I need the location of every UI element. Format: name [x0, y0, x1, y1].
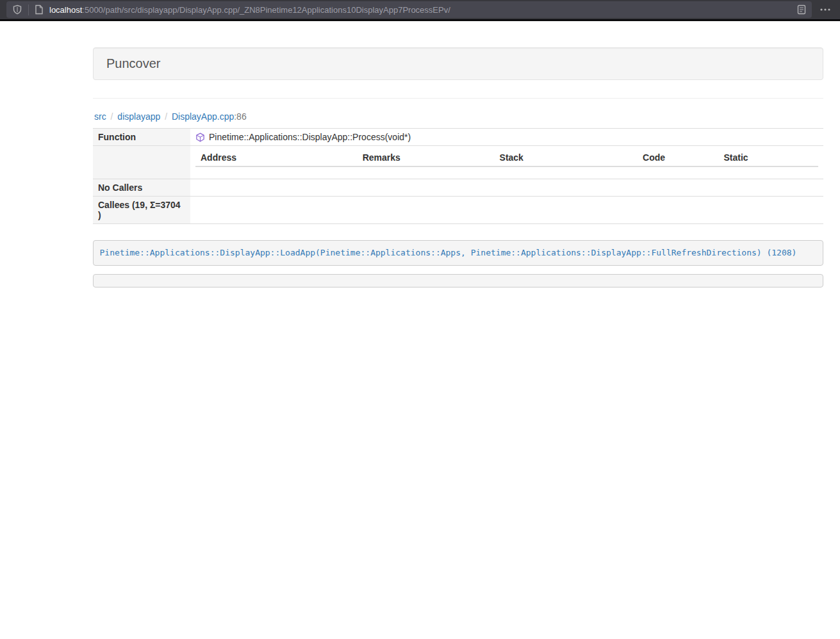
- assembly-listing: [93, 274, 823, 287]
- breadcrumb: src / displayapp / DisplayApp.cpp:86: [94, 111, 823, 122]
- url-path: :5000/path/src/displayapp/DisplayApp.cpp…: [82, 5, 450, 15]
- details-column-header: Remarks: [358, 149, 495, 166]
- details-header-row: AddressRemarksStackCodeStatic: [195, 149, 818, 166]
- function-value: Pinetime::Applications::DisplayApp::Proc…: [195, 132, 818, 142]
- callers-row: No Callers: [93, 179, 823, 197]
- details-column-header: Static: [718, 149, 818, 166]
- function-row: Function Pinetime::Applications::Display…: [93, 129, 823, 146]
- highlighted-symbol-link[interactable]: Pinetime::Applications::DisplayApp::Load…: [100, 248, 797, 257]
- callers-value-empty: [190, 179, 823, 197]
- callees-row: Callees (19, Σ=3704 ): [93, 197, 823, 224]
- highlighted-symbol-box: Pinetime::Applications::DisplayApp::Load…: [93, 240, 823, 266]
- reader-mode-icon[interactable]: [797, 4, 806, 15]
- breadcrumb-separator: /: [160, 111, 172, 122]
- overflow-menu-icon[interactable]: [819, 4, 831, 15]
- function-table: Function Pinetime::Applications::Display…: [93, 128, 823, 224]
- breadcrumb-link[interactable]: src: [94, 111, 106, 122]
- url-bar[interactable]: localhost:5000/path/src/displayapp/Displ…: [6, 1, 812, 18]
- page-body: Puncover src / displayapp / DisplayApp.c…: [0, 47, 840, 287]
- details-value-row: [195, 166, 818, 175]
- callees-list: [190, 197, 823, 224]
- details-label-empty: [93, 146, 190, 179]
- breadcrumb-separator: /: [106, 111, 118, 122]
- app-header: Puncover: [93, 47, 823, 80]
- page-title: Puncover: [106, 56, 161, 70]
- details-table: AddressRemarksStackCodeStatic: [195, 149, 818, 175]
- no-callers-label: No Callers: [93, 179, 190, 197]
- urlbar-divider: [28, 4, 29, 15]
- package-icon: [195, 133, 205, 142]
- content-container: Puncover src / displayapp / DisplayApp.c…: [93, 47, 823, 287]
- browser-toolbar: localhost:5000/path/src/displayapp/Displ…: [0, 0, 840, 21]
- details-cell: [195, 166, 358, 175]
- page-icon[interactable]: [35, 4, 44, 15]
- function-name: Pinetime::Applications::DisplayApp::Proc…: [209, 132, 411, 142]
- url-host: localhost: [49, 5, 82, 15]
- details-row: AddressRemarksStackCodeStatic: [93, 146, 823, 179]
- divider: [93, 98, 823, 99]
- details-column-header: Address: [195, 149, 358, 166]
- details-column-header: Stack: [495, 149, 638, 166]
- callees-label: Callees (19, Σ=3704 ): [93, 197, 190, 224]
- breadcrumb-line-number: :86: [234, 111, 246, 122]
- details-column-header: Code: [638, 149, 718, 166]
- shield-icon[interactable]: [12, 4, 22, 15]
- function-label: Function: [93, 129, 190, 146]
- url-text: localhost:5000/path/src/displayapp/Displ…: [49, 5, 792, 15]
- breadcrumb-link[interactable]: displayapp: [117, 111, 160, 122]
- breadcrumb-link[interactable]: DisplayApp.cpp: [172, 111, 234, 122]
